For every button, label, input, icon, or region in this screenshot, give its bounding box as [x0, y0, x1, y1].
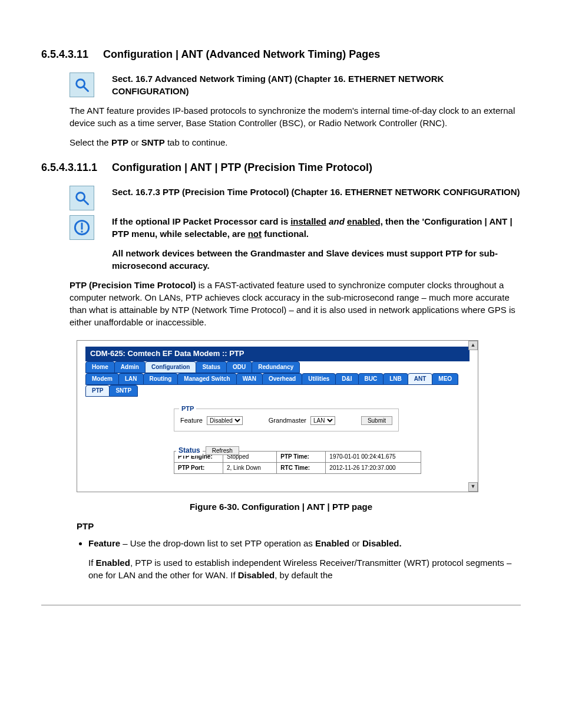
reference-row: Sect. 16.7.3 PTP (Precision Time Protoco… — [70, 186, 521, 210]
ptp-heading: PTP — [77, 520, 521, 532]
refresh-button[interactable]: Refresh — [206, 446, 239, 455]
warning-secondary: All network devices between the Grandmas… — [112, 247, 521, 272]
tab-ptp[interactable]: PTP — [85, 385, 110, 397]
tab-lan[interactable]: LAN — [118, 373, 144, 385]
tab-sntp[interactable]: SNTP — [109, 385, 138, 397]
tab-redundancy[interactable]: Redundancy — [252, 361, 300, 373]
tab-home[interactable]: Home — [85, 361, 115, 373]
window-title: CDM-625: Comtech EF Data Modem :: PTP — [85, 347, 470, 361]
tab-row-secondary: ModemLANRoutingManaged SwitchWANOverhead… — [85, 373, 470, 385]
tab-status[interactable]: Status — [196, 361, 227, 373]
body-paragraph: The ANT feature provides IP-based protoc… — [70, 104, 521, 129]
scrollbar-up-icon[interactable]: ▲ — [468, 341, 478, 350]
magnifier-icon — [70, 186, 94, 210]
warning-text: If the optional IP Packet Processor card… — [112, 215, 521, 240]
subsection-number: 6.5.4.3.11.1 — [41, 160, 97, 175]
reference-row: Sect. 16.7 Advanced Network Timing (ANT)… — [70, 73, 521, 97]
ptp-config-group: PTP Feature Disabled Grandmaster LAN Sub… — [174, 409, 399, 431]
svg-line-3 — [84, 200, 88, 205]
tab-overhead[interactable]: Overhead — [262, 373, 302, 385]
scrollbar-down-icon[interactable]: ▼ — [468, 482, 478, 492]
tab-buc[interactable]: BUC — [358, 373, 384, 385]
table-row: PTP Port:2, Link DownRTC Time:2012-11-26… — [174, 462, 421, 473]
tab-lnb[interactable]: LNB — [383, 373, 408, 385]
grandmaster-label: Grandmaster — [269, 417, 306, 424]
tab-d-i[interactable]: D&I — [335, 373, 358, 385]
body-paragraph: PTP (Precision Time Protocol) is a FAST-… — [70, 279, 521, 328]
tab-modem[interactable]: Modem — [85, 373, 119, 385]
svg-line-1 — [84, 87, 88, 91]
embedded-screenshot: ▲ ▼ CDM-625: Comtech EF Data Modem :: PT… — [77, 340, 478, 492]
magnifier-icon — [70, 73, 94, 97]
footer-rule — [41, 605, 521, 605]
alert-icon — [70, 215, 94, 240]
tab-wan[interactable]: WAN — [236, 373, 263, 385]
status-legend: Status — [176, 446, 203, 456]
figure-caption: Figure 6-30. Configuration | ANT | PTP p… — [41, 500, 521, 513]
list-item-detail: If Enabled, PTP is used to establish ind… — [88, 556, 521, 581]
submit-button[interactable]: Submit — [361, 416, 392, 425]
tab-admin[interactable]: Admin — [114, 361, 146, 373]
subsection-heading: 6.5.4.3.11.1 Configuration | ANT | PTP (… — [41, 160, 521, 175]
grandmaster-select[interactable]: LAN — [310, 416, 335, 425]
tab-row-tertiary: PTPSNTP — [85, 385, 470, 397]
svg-point-6 — [81, 231, 83, 233]
tab-managed-switch[interactable]: Managed Switch — [177, 373, 236, 385]
tab-routing[interactable]: Routing — [143, 373, 178, 385]
feature-select[interactable]: Disabled — [207, 416, 243, 425]
reference-text: Sect. 16.7.3 PTP (Precision Time Protoco… — [112, 186, 521, 198]
status-group: Status Refresh PTP Engine:StoppedPTP Tim… — [174, 441, 421, 474]
tab-configuration[interactable]: Configuration — [145, 361, 197, 373]
list-item: Feature – Use the drop-down list to set … — [88, 537, 521, 581]
bullet-list: Feature – Use the drop-down list to set … — [77, 537, 521, 581]
ptp-legend: PTP — [179, 404, 196, 413]
tab-row-primary: HomeAdminConfigurationStatusODURedundanc… — [85, 361, 470, 373]
reference-text: Sect. 16.7 Advanced Network Timing (ANT)… — [112, 73, 521, 97]
body-paragraph: Select the PTP or SNTP tab to continue. — [70, 136, 521, 149]
section-number: 6.5.4.3.11 — [41, 47, 88, 62]
section-heading: 6.5.4.3.11 Configuration | ANT (Advanced… — [41, 47, 521, 62]
tab-meo[interactable]: MEO — [432, 373, 458, 385]
subsection-title: Configuration | ANT | PTP (Precision Tim… — [112, 162, 372, 173]
warning-row: If the optional IP Packet Processor card… — [70, 215, 521, 240]
tab-ant[interactable]: ANT — [408, 373, 433, 385]
feature-label: Feature — [180, 417, 203, 424]
tab-odu[interactable]: ODU — [226, 361, 252, 373]
tab-utilities[interactable]: Utilities — [302, 373, 336, 385]
section-title: Configuration | ANT (Advanced Network Ti… — [103, 48, 380, 60]
